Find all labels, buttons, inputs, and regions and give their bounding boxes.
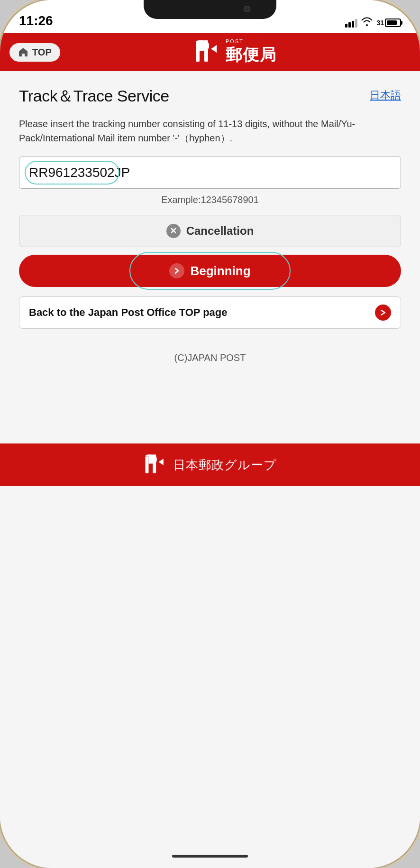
beginning-arrow-icon	[169, 263, 184, 278]
camera	[244, 6, 250, 12]
svg-rect-3	[153, 454, 156, 473]
status-time: 11:26	[19, 13, 53, 28]
jp-logo	[194, 40, 220, 64]
post-label: POST	[226, 38, 244, 44]
back-arrow-icon	[375, 305, 391, 321]
top-button-label: TOP	[32, 47, 52, 58]
footer-logo-svg	[144, 454, 166, 475]
battery-level: 31	[376, 19, 384, 27]
cancel-button[interactable]: ✕ Cancellation	[19, 215, 401, 247]
example-text: Example:12345678901	[19, 194, 401, 205]
back-to-top-button[interactable]: Back to the Japan Post Office TOP page	[19, 296, 401, 329]
lang-switch-link[interactable]: 日本語	[370, 88, 401, 102]
footer-logo-text: 日本郵政グループ	[173, 457, 277, 473]
beginning-button-label: Beginning	[190, 264, 250, 278]
gray-area	[0, 486, 420, 844]
battery-icon: 31	[376, 18, 401, 27]
description-text: Please insert the tracking number consis…	[19, 117, 401, 145]
page-title-row: Track＆Trace Service 日本語	[19, 85, 401, 107]
yubin-text: 郵便局	[226, 44, 277, 66]
notch	[144, 0, 276, 19]
status-icons: 31	[345, 17, 401, 28]
svg-rect-2	[145, 457, 148, 473]
header: TOP POST 郵便局	[0, 33, 420, 71]
home-bar	[172, 855, 248, 858]
svg-rect-1	[204, 40, 208, 62]
home-icon	[18, 47, 28, 57]
tracking-input-wrapper	[19, 157, 401, 189]
main-content: Track＆Trace Service 日本語 Please insert th…	[0, 71, 420, 443]
page-title: Track＆Trace Service	[19, 85, 169, 107]
wifi-icon	[361, 17, 373, 28]
phone-frame: 11:26 31	[0, 0, 420, 868]
jp-logo-svg	[194, 40, 220, 64]
signal-icon	[345, 18, 357, 28]
cancel-button-label: Cancellation	[186, 224, 254, 238]
beginning-button[interactable]: Beginning	[19, 255, 401, 287]
back-button-label: Back to the Japan Post Office TOP page	[29, 306, 228, 319]
svg-rect-0	[196, 43, 200, 62]
screen: TOP POST 郵便局	[0, 33, 420, 868]
top-button[interactable]: TOP	[9, 43, 60, 62]
cancel-icon: ✕	[166, 224, 181, 238]
copyright-text: (C)JAPAN POST	[19, 343, 401, 373]
header-logo: POST 郵便局	[60, 38, 411, 66]
home-indicator	[0, 844, 420, 868]
footer: 日本郵政グループ	[0, 443, 420, 486]
jp-post-text: POST 郵便局	[226, 38, 277, 66]
tracking-input[interactable]	[19, 157, 401, 189]
